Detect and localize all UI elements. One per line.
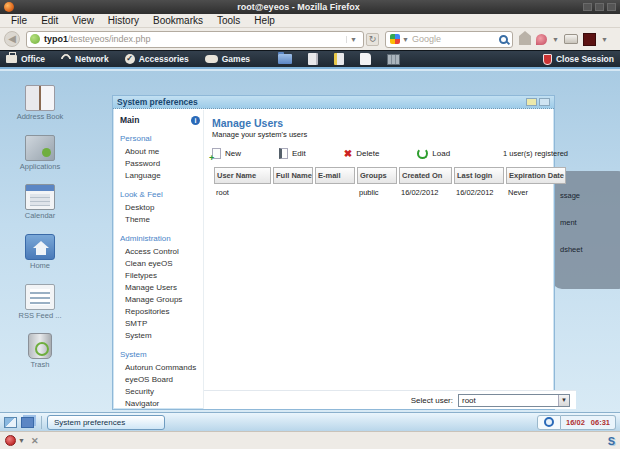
clock-icon: [544, 417, 554, 427]
eyeos-menu-games-label: Games: [222, 54, 250, 64]
col-expiration-date[interactable]: Expiration Date: [506, 167, 566, 184]
menu-help[interactable]: Help: [247, 15, 282, 26]
clock-text: 16/02 06:31: [561, 415, 616, 430]
nav-item-access-control[interactable]: Access Control: [120, 245, 203, 257]
menu-view[interactable]: View: [65, 15, 101, 26]
status-close-icon[interactable]: ✕: [31, 436, 39, 446]
extension2-dropdown-icon[interactable]: ▼: [601, 36, 608, 43]
eyeos-menu-office-label: Office: [21, 54, 45, 64]
desktop-icon-address-book[interactable]: Address Book: [12, 85, 68, 122]
quick-launch: [278, 53, 400, 65]
window-titlebar[interactable]: System preferences: [113, 96, 554, 109]
show-desktop-icon[interactable]: [4, 417, 17, 428]
new-button[interactable]: New: [212, 148, 241, 159]
nav-item-security[interactable]: Security: [120, 385, 203, 397]
eyeos-menu-network[interactable]: Network: [61, 54, 109, 64]
extension-dropdown-icon[interactable]: ▼: [552, 36, 559, 43]
url-bar[interactable]: typo1 /testeyeos/index.php ▼: [26, 31, 364, 48]
edit-button[interactable]: Edit: [279, 148, 306, 159]
document-icon[interactable]: [308, 53, 318, 65]
eyeos-menu-accessories[interactable]: ✓ Accessories: [125, 54, 189, 64]
col-user-name[interactable]: User Name: [214, 167, 271, 184]
col-groups[interactable]: Groups: [357, 167, 397, 184]
desktop-icon-home[interactable]: Home: [12, 234, 68, 271]
eyeos-menu-games[interactable]: Games: [205, 54, 250, 64]
network-icon: [59, 52, 73, 66]
back-icon[interactable]: ◀: [4, 31, 20, 47]
clock-pill[interactable]: [537, 415, 561, 430]
new-user-icon: [212, 148, 221, 159]
nav-item-autorun-commands[interactable]: Autorun Commands: [120, 361, 203, 373]
nav-item-smtp[interactable]: SMTP: [120, 317, 203, 329]
col-created-on[interactable]: Created On: [399, 167, 452, 184]
briefcase-icon: [6, 55, 17, 63]
extension-icon[interactable]: [536, 34, 547, 45]
task-button-system-preferences[interactable]: System preferences: [47, 415, 165, 430]
desktop-icon-calendar[interactable]: Calendar: [12, 184, 68, 221]
nav-item-theme[interactable]: Theme: [120, 213, 203, 225]
close-session-button[interactable]: Close Session: [543, 54, 614, 65]
adblock-icon[interactable]: [5, 435, 16, 446]
desktop-icon-rss-feed[interactable]: RSS Feed ...: [12, 284, 68, 321]
firefox-menubar: File Edit View History Bookmarks Tools H…: [0, 14, 620, 28]
accessories-icon: ✓: [125, 54, 135, 64]
nav-item-clean-eyeos[interactable]: Clean eyeOS: [120, 257, 203, 269]
nav-item-manage-groups[interactable]: Manage Groups: [120, 293, 203, 305]
col-last-login[interactable]: Last login: [454, 167, 504, 184]
info-icon[interactable]: i: [191, 116, 200, 125]
search-engine-dropdown-icon[interactable]: ▼: [402, 36, 409, 43]
print-icon[interactable]: [564, 34, 578, 44]
eyeos-menu-network-label: Network: [75, 54, 109, 64]
col-email[interactable]: E-mail: [315, 167, 355, 184]
eyeos-menu-office[interactable]: Office: [6, 54, 45, 64]
reload-icon[interactable]: ↻: [366, 33, 379, 46]
nav-main-label[interactable]: Main: [120, 115, 191, 125]
page-subtitle: Manage your system's users: [212, 130, 568, 139]
col-full-name[interactable]: Full Name: [273, 167, 313, 184]
nav-item-desktop[interactable]: Desktop: [120, 201, 203, 213]
nav-item-password[interactable]: Password: [120, 157, 203, 169]
firefox-titlebar: root@eyeos - Mozilla Firefox: [0, 0, 620, 14]
search-icon[interactable]: [499, 35, 508, 44]
files-icon[interactable]: [278, 54, 292, 64]
maximize-icon[interactable]: [595, 3, 604, 11]
scribefire-icon[interactable]: S: [608, 435, 615, 447]
desktop-icon-label: Calendar: [25, 212, 55, 221]
nav-item-filetypes[interactable]: Filetypes: [120, 269, 203, 281]
window-minimize-button[interactable]: [526, 98, 537, 106]
adblock-dropdown-icon[interactable]: ▼: [18, 437, 25, 444]
nav-item-language[interactable]: Language: [120, 169, 203, 181]
select-user-dropdown[interactable]: root ▼: [458, 394, 570, 407]
nav-item-navigator[interactable]: Navigator: [120, 397, 203, 409]
window-body: Main i Personal About me Password Langua…: [113, 110, 554, 409]
menu-bookmarks[interactable]: Bookmarks: [146, 15, 210, 26]
nav-item-repositories[interactable]: Repositories: [120, 305, 203, 317]
spreadsheet-icon[interactable]: [387, 54, 400, 65]
table-row[interactable]: root public 16/02/2012 16/02/2012 Never: [214, 184, 566, 199]
menu-history[interactable]: History: [101, 15, 146, 26]
desktop-icon-applications[interactable]: Applications: [12, 135, 68, 172]
delete-button[interactable]: ✖ Delete: [344, 148, 380, 159]
select-user-value: root: [459, 396, 558, 405]
window-close-button[interactable]: [539, 98, 550, 106]
extension2-icon[interactable]: [583, 33, 596, 46]
image-document-icon[interactable]: [334, 53, 344, 65]
load-button[interactable]: Load: [417, 148, 450, 159]
menu-edit[interactable]: Edit: [34, 15, 65, 26]
nav-item-eyeos-board[interactable]: eyeOS Board: [120, 373, 203, 385]
desktop-icon-trash[interactable]: Trash: [12, 333, 68, 370]
windows-list-icon[interactable]: [21, 417, 34, 428]
search-bar[interactable]: ▼ Google: [385, 31, 513, 48]
window-title: root@eyeos - Mozilla Firefox: [14, 2, 583, 12]
nav-item-manage-users[interactable]: Manage Users: [120, 281, 203, 293]
home-icon[interactable]: [519, 36, 531, 45]
notes-icon[interactable]: [360, 53, 371, 65]
menu-tools[interactable]: Tools: [210, 15, 247, 26]
close-icon[interactable]: [607, 3, 616, 11]
nav-item-about-me[interactable]: About me: [120, 145, 203, 157]
nav-item-system[interactable]: System: [120, 329, 203, 341]
cell-expiration-date: Never: [506, 184, 566, 199]
minimize-icon[interactable]: [583, 3, 592, 11]
url-dropdown-icon[interactable]: ▼: [346, 36, 360, 43]
menu-file[interactable]: File: [4, 15, 34, 26]
